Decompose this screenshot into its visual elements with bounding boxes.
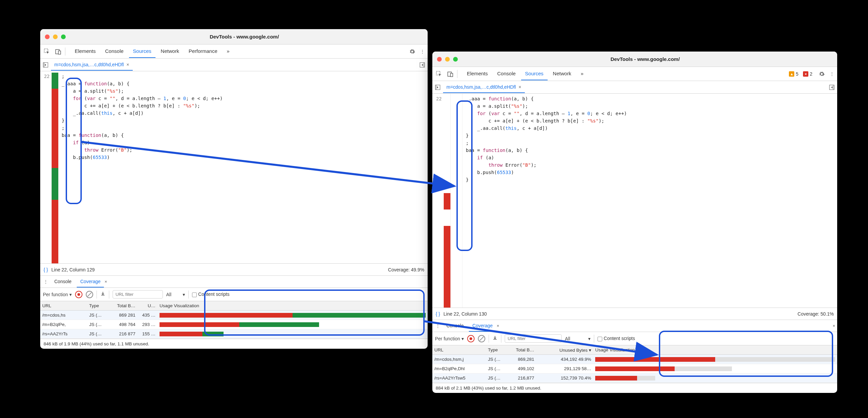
url-filter-input[interactable] <box>113 290 163 299</box>
maximize-window-button[interactable] <box>61 34 66 39</box>
drawer-menu-icon[interactable]: ⋮ <box>434 321 441 330</box>
cursor-position: Line 22, Column 130 <box>443 311 487 317</box>
debugger-toggle-icon[interactable] <box>419 62 426 68</box>
col-type[interactable]: Type <box>87 303 111 308</box>
separator <box>109 290 109 299</box>
tab-elements[interactable]: Elements <box>71 45 100 58</box>
titlebar: DevTools - www.google.com/ <box>432 51 837 67</box>
close-drawer-tab-icon[interactable]: × <box>104 279 107 284</box>
close-tab-icon[interactable]: × <box>126 62 129 67</box>
annotation-highlight-gutter-left <box>66 78 82 204</box>
inspect-element-icon[interactable] <box>434 69 444 79</box>
drawer-tab-console[interactable]: Console <box>51 276 75 287</box>
col-total[interactable]: Total B… <box>509 347 536 352</box>
separator <box>501 335 501 343</box>
file-tab-label: m=cdos,hsm,jsa,…c,dtl0hd,eHDfl <box>54 62 124 67</box>
content-scripts-checkbox[interactable]: Content scripts <box>597 336 635 341</box>
device-toolbar-icon[interactable] <box>446 69 455 79</box>
coverage-granularity-dropdown[interactable]: Per function▾ <box>43 292 72 297</box>
tab-console[interactable]: Console <box>493 67 520 80</box>
tabs-overflow[interactable]: » <box>577 67 588 80</box>
errors-badge[interactable]: ×2 <box>803 71 812 77</box>
coverage-gutter <box>52 71 58 264</box>
settings-icon[interactable] <box>407 47 417 56</box>
export-icon[interactable] <box>100 291 105 298</box>
navigator-toggle-icon[interactable] <box>42 62 49 68</box>
coverage-granularity-dropdown[interactable]: Per function▾ <box>435 336 464 341</box>
drawer-menu-icon[interactable]: ⋮ <box>42 277 49 286</box>
minimize-window-button[interactable] <box>53 34 58 39</box>
drawer-tab-coverage[interactable]: Coverage <box>469 320 496 332</box>
drawer-tab-coverage[interactable]: Coverage <box>77 276 104 287</box>
tab-console[interactable]: Console <box>101 45 128 58</box>
pretty-print-icon[interactable]: { } <box>43 267 48 272</box>
tabs-overflow[interactable]: » <box>223 45 234 58</box>
debugger-toggle-icon[interactable] <box>829 84 835 91</box>
separator <box>457 70 458 78</box>
panel-tabs: Elements Console Sources Network Perform… <box>71 45 405 58</box>
type-filter-dropdown[interactable]: All▾ <box>565 336 591 341</box>
code-lines: ; _.aaa = function(a, b) { a = a.split("… <box>58 71 428 264</box>
tab-network[interactable]: Network <box>157 45 183 58</box>
col-url[interactable]: URL <box>40 303 87 308</box>
svg-rect-11 <box>435 85 437 90</box>
code-lines: _.aaa = function(a, b) { a = a.split("%s… <box>463 94 837 308</box>
line-number-gutter: 22 <box>432 94 444 308</box>
separator <box>188 290 189 299</box>
window-title: DevTools - www.google.com/ <box>458 56 833 62</box>
record-button[interactable] <box>75 291 83 298</box>
line-number: 22 <box>40 73 50 80</box>
coverage-status: Coverage: 49.9% <box>388 267 424 272</box>
type-filter-dropdown[interactable]: All▾ <box>166 292 185 297</box>
close-window-button[interactable] <box>437 57 442 62</box>
col-type[interactable]: Type <box>486 347 509 352</box>
drawer-tab-console[interactable]: Console <box>443 320 467 332</box>
col-total[interactable]: Total B… <box>111 303 137 308</box>
coverage-footer: 846 kB of 1.9 MB (44%) used so far, 1.1 … <box>40 339 428 349</box>
maximize-window-button[interactable] <box>453 57 458 62</box>
separator <box>594 335 594 343</box>
close-drawer-tab-icon[interactable]: × <box>497 323 499 328</box>
export-icon[interactable] <box>492 335 498 342</box>
editor-status-bar: { } Line 22, Column 130 Coverage: 50.1% <box>432 308 837 320</box>
drawer-tabs: ⋮ Console Coverage × <box>40 275 428 287</box>
code-editor[interactable]: 22 _.aaa = function(a, b) { a = a.split(… <box>432 94 837 308</box>
tab-sources[interactable]: Sources <box>129 45 155 58</box>
close-tab-icon[interactable]: × <box>519 84 521 90</box>
col-url[interactable]: URL <box>432 347 486 352</box>
device-toolbar-icon[interactable] <box>54 47 63 56</box>
coverage-gutter <box>444 94 451 308</box>
url-filter-input[interactable] <box>505 334 562 343</box>
line-number: 22 <box>432 95 442 102</box>
record-button[interactable] <box>467 335 474 342</box>
inspect-element-icon[interactable] <box>42 47 52 56</box>
separator <box>489 335 489 343</box>
tab-network[interactable]: Network <box>549 67 576 80</box>
panel-tabs: Elements Console Sources Network » <box>463 67 787 80</box>
tab-elements[interactable]: Elements <box>463 67 492 80</box>
close-drawer-icon[interactable]: × <box>833 323 835 328</box>
file-tab[interactable]: m=cdos,hsm,jsa,…c,dtl0hd,eHDfl × <box>51 59 133 71</box>
close-window-button[interactable] <box>45 34 50 39</box>
clear-button[interactable] <box>478 335 485 342</box>
kebab-menu-icon[interactable]: ⋮ <box>829 69 835 79</box>
pretty-print-icon[interactable]: { } <box>436 311 440 317</box>
svg-rect-4 <box>43 63 45 67</box>
main-toolbar: Elements Console Sources Network » ▲5 ×2… <box>432 67 837 81</box>
col-unused[interactable]: Unused Bytes ▾ <box>536 347 593 353</box>
warnings-badge[interactable]: ▲5 <box>789 71 798 77</box>
code-editor[interactable]: 22 ; _.aaa = function(a, b) { a = a.spli… <box>40 71 428 264</box>
tab-sources[interactable]: Sources <box>521 67 548 80</box>
editor-status-bar: { } Line 22, Column 129 Coverage: 49.9% <box>40 264 428 275</box>
navigator-toggle-icon[interactable] <box>434 84 441 91</box>
kebab-menu-icon[interactable]: ⋮ <box>419 47 426 56</box>
minimize-window-button[interactable] <box>445 57 450 62</box>
file-tab[interactable]: m=cdos,hsm,jsa,…c,dtl0hd,eHDfl × <box>443 82 525 93</box>
tab-performance[interactable]: Performance <box>185 45 221 58</box>
clear-button[interactable] <box>86 291 93 298</box>
annotation-highlight-viz-left <box>204 289 425 336</box>
col-unused[interactable]: U… <box>137 303 157 308</box>
settings-icon[interactable] <box>817 69 827 79</box>
file-tab-bar: m=cdos,hsm,jsa,…c,dtl0hd,eHDfl × <box>40 59 428 71</box>
coverage-footer: 884 kB of 2.1 MB (43%) used so far, 1.2 … <box>432 383 837 393</box>
